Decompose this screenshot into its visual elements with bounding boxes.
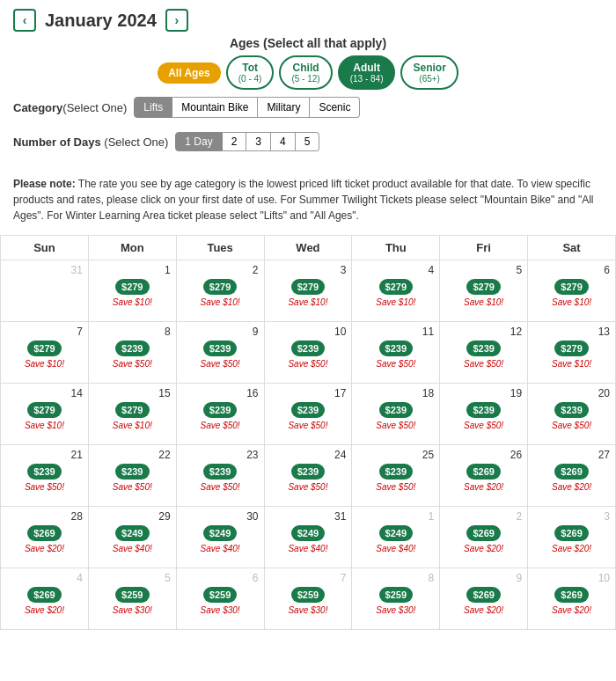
date-number: 22	[92, 448, 173, 462]
save-text: Save $10!	[25, 421, 64, 430]
date-number: 3	[268, 263, 349, 277]
price-badge[interactable]: $239	[203, 464, 237, 480]
price-badge[interactable]: $269	[466, 587, 500, 603]
age-all-ages-button[interactable]: All Ages	[158, 62, 221, 84]
table-row: 22$239Save $50!	[88, 445, 176, 507]
date-number: 8	[355, 571, 436, 585]
save-text: Save $50!	[376, 359, 415, 369]
age-tot-button[interactable]: Tot(0 - 4)	[226, 55, 275, 90]
price-badge[interactable]: $239	[291, 464, 325, 480]
day-4-button[interactable]: 4	[271, 132, 296, 151]
date-number: 14	[4, 386, 85, 400]
date-number: 12	[443, 325, 524, 339]
price-badge[interactable]: $259	[379, 587, 413, 603]
price-badge[interactable]: $269	[554, 587, 588, 603]
table-row: 6$259Save $30!	[176, 568, 264, 630]
price-badge[interactable]: $239	[115, 464, 149, 480]
price-badge[interactable]: $239	[554, 402, 588, 418]
table-row: 1$279Save $10!	[88, 260, 176, 322]
price-badge[interactable]: $259	[203, 587, 237, 603]
price-badge[interactable]: $249	[203, 525, 237, 541]
price-badge[interactable]: $239	[379, 402, 413, 418]
save-text: Save $20!	[464, 482, 503, 492]
category-scenic-button[interactable]: Scenic	[310, 97, 360, 118]
price-badge[interactable]: $239	[379, 464, 413, 480]
price-badge[interactable]: $239	[203, 340, 237, 356]
price-badge[interactable]: $269	[27, 587, 61, 603]
price-badge[interactable]: $279	[466, 279, 500, 295]
table-row: 2$269Save $20!	[440, 507, 528, 568]
save-text: Save $20!	[25, 605, 64, 615]
price-badge[interactable]: $269	[466, 464, 500, 480]
category-lifts-button[interactable]: Lifts	[134, 97, 172, 118]
calendar-body: 311$279Save $10!2$279Save $10!3$279Save …	[1, 260, 616, 630]
price-badge[interactable]: $239	[27, 464, 61, 480]
age-adult-button[interactable]: Adult(13 - 84)	[338, 55, 396, 90]
next-month-button[interactable]: ›	[165, 9, 188, 32]
col-sat: Sat	[528, 236, 616, 260]
price-badge[interactable]: $239	[203, 402, 237, 418]
category-section: Category(Select One) Lifts Mountain Bike…	[13, 97, 360, 118]
save-text: Save $10!	[288, 297, 327, 307]
table-row: 19$239Save $50!	[440, 384, 528, 445]
date-number: 31	[268, 509, 349, 524]
col-sun: Sun	[1, 236, 89, 260]
table-row: 23$239Save $50!	[176, 445, 264, 507]
price-badge[interactable]: $239	[291, 402, 325, 418]
day-2-button[interactable]: 2	[223, 132, 247, 151]
save-text: Save $20!	[552, 544, 591, 553]
table-row: 1$249Save $40!	[352, 507, 440, 568]
cell-content: $239Save $50!	[355, 339, 436, 369]
price-badge[interactable]: $239	[291, 340, 325, 356]
price-badge[interactable]: $279	[115, 279, 149, 295]
price-badge[interactable]: $279	[554, 279, 588, 295]
price-badge[interactable]: $259	[115, 587, 149, 603]
age-child-button[interactable]: Child(5 - 12)	[279, 55, 332, 90]
price-badge[interactable]: $279	[379, 279, 413, 295]
price-badge[interactable]: $259	[291, 587, 325, 603]
price-badge[interactable]: $239	[379, 340, 413, 356]
cell-content: $239Save $50!	[268, 462, 349, 492]
cell-content: $239Save $50!	[4, 462, 85, 492]
cell-content: $249Save $40!	[355, 524, 436, 553]
prev-month-button[interactable]: ‹	[13, 9, 36, 32]
save-text: Save $30!	[288, 605, 327, 615]
cell-content: $239Save $50!	[531, 400, 612, 430]
price-badge[interactable]: $249	[291, 525, 325, 541]
price-badge[interactable]: $269	[554, 464, 588, 480]
col-wed: Wed	[264, 236, 352, 260]
day-5-button[interactable]: 5	[296, 132, 320, 151]
price-badge[interactable]: $279	[27, 402, 61, 418]
date-number: 9	[180, 325, 261, 339]
category-mountain-bike-button[interactable]: Mountain Bike	[172, 97, 258, 118]
price-badge[interactable]: $279	[27, 340, 61, 356]
price-badge[interactable]: $279	[203, 279, 237, 295]
day-3-button[interactable]: 3	[246, 132, 271, 151]
cell-content: $269Save $20!	[4, 524, 85, 553]
price-badge[interactable]: $279	[115, 402, 149, 418]
price-badge[interactable]: $239	[466, 340, 500, 356]
price-badge[interactable]: $279	[554, 340, 588, 356]
days-label: Number of Days (Select One)	[13, 135, 168, 149]
cell-content: $269Save $20!	[531, 585, 612, 615]
table-row: 5$279Save $10!	[440, 260, 528, 322]
price-badge[interactable]: $269	[554, 525, 588, 541]
price-badge[interactable]: $249	[115, 525, 149, 541]
price-badge[interactable]: $239	[115, 340, 149, 356]
date-number: 10	[531, 571, 612, 585]
date-number: 7	[4, 325, 85, 339]
price-badge[interactable]: $279	[291, 279, 325, 295]
table-row: 29$249Save $40!	[88, 507, 176, 568]
table-row: 10$239Save $50!	[264, 322, 352, 384]
save-text: Save $10!	[25, 359, 64, 369]
price-badge[interactable]: $269	[466, 525, 500, 541]
date-number: 29	[92, 509, 173, 524]
table-row: 3$269Save $20!	[528, 507, 616, 568]
age-senior-button[interactable]: Senior(65+)	[400, 55, 458, 90]
category-military-button[interactable]: Military	[258, 97, 310, 118]
day-1-button[interactable]: 1 Day	[175, 132, 222, 151]
price-badge[interactable]: $269	[27, 525, 61, 541]
price-badge[interactable]: $239	[466, 402, 500, 418]
price-badge[interactable]: $249	[379, 525, 413, 541]
table-row: 12$239Save $50!	[440, 322, 528, 384]
